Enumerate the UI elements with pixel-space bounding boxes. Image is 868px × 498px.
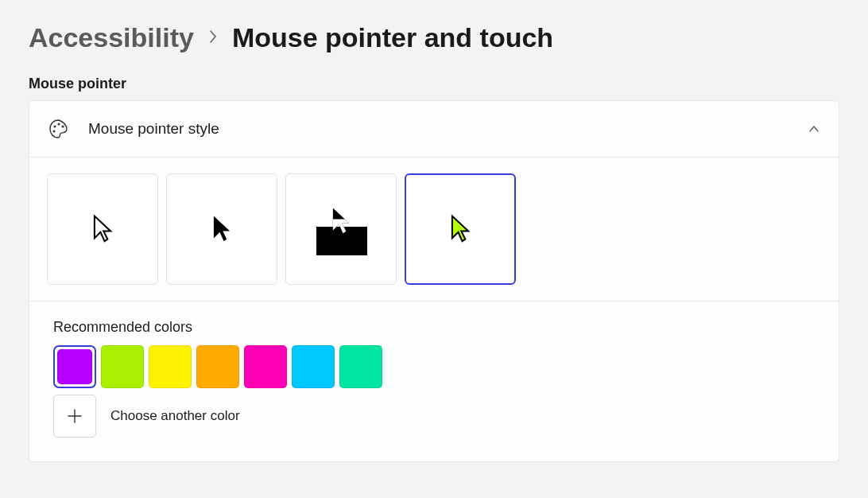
color-swatches-row xyxy=(53,345,815,388)
color-swatch-selected[interactable] xyxy=(53,345,96,388)
cursor-icon xyxy=(330,206,352,236)
palette-icon xyxy=(48,119,69,139)
breadcrumb-current: Mouse pointer and touch xyxy=(232,22,553,53)
cursor-icon xyxy=(211,214,233,244)
choose-another-color-label: Choose another color xyxy=(110,408,240,424)
color-swatch[interactable] xyxy=(101,345,144,388)
breadcrumb: Accessibility Mouse pointer and touch xyxy=(0,0,868,61)
plus-icon xyxy=(67,408,83,424)
choose-color-row: Choose another color xyxy=(53,395,815,438)
color-swatch[interactable] xyxy=(292,345,335,388)
mouse-pointer-style-panel: Mouse pointer style xyxy=(29,100,839,462)
pointer-style-inverted[interactable] xyxy=(285,173,397,285)
color-swatch[interactable] xyxy=(244,345,287,388)
panel-title: Mouse pointer style xyxy=(88,120,789,138)
pointer-styles-row xyxy=(29,158,839,302)
pointer-style-white[interactable] xyxy=(47,173,158,285)
pointer-style-black[interactable] xyxy=(166,173,277,285)
color-swatch[interactable] xyxy=(196,345,239,388)
svg-point-1 xyxy=(58,123,60,126)
recommended-colors-label: Recommended colors xyxy=(53,319,815,336)
svg-point-2 xyxy=(62,126,64,128)
color-swatch xyxy=(57,349,92,384)
panel-header[interactable]: Mouse pointer style xyxy=(29,101,839,158)
color-swatch[interactable] xyxy=(149,345,192,388)
recommended-colors-section: Recommended colors Choose another color xyxy=(29,302,839,461)
cursor-icon xyxy=(449,214,471,244)
chevron-up-icon xyxy=(808,123,820,134)
color-swatch[interactable] xyxy=(339,345,382,388)
pointer-style-custom[interactable] xyxy=(405,173,516,285)
choose-another-color-button[interactable] xyxy=(53,395,96,438)
breadcrumb-parent[interactable]: Accessibility xyxy=(29,22,194,53)
chevron-right-icon xyxy=(208,28,218,49)
section-title: Mouse pointer xyxy=(0,61,868,100)
svg-point-0 xyxy=(54,126,56,128)
svg-point-3 xyxy=(53,130,56,133)
cursor-icon xyxy=(91,214,114,244)
